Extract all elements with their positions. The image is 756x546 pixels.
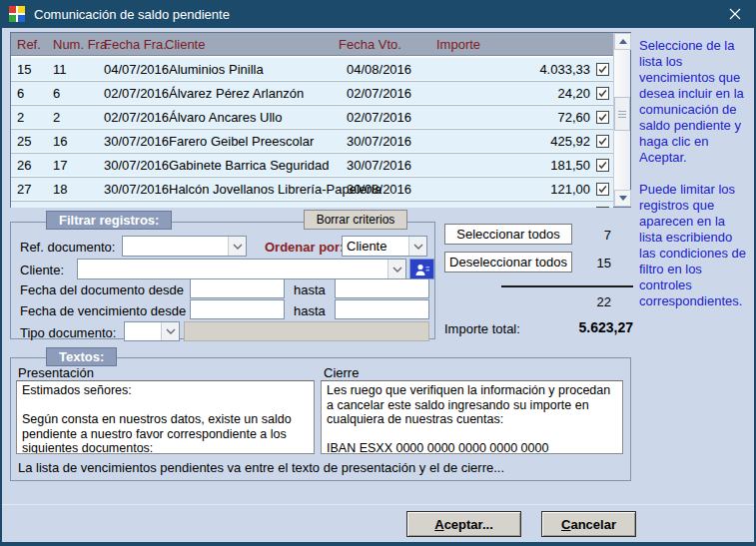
row-checkbox[interactable] [596, 111, 609, 124]
table-row[interactable]: 17 13 31/07/2016 Manuel Santín F 31/07/2… [11, 201, 613, 208]
cell-fecha: 02/07/2016 [104, 110, 169, 125]
cell-importe: 181,50 [470, 158, 590, 173]
app-icon-blue [18, 15, 25, 22]
cell-vto: 02/07/2016 [347, 110, 411, 125]
table-row[interactable]: 25 16 30/07/2016 Farero Geibel Preescola… [11, 129, 613, 153]
cell-num: 13 [53, 206, 67, 208]
presentacion-textarea[interactable]: Estimados señores: Según consta en nuest… [16, 380, 315, 454]
cell-num: 17 [53, 158, 67, 173]
col-num-fra: Num. Fra. [53, 37, 111, 52]
help-text: Seleccione de la lista los vencimientos … [639, 38, 751, 309]
fecha-doc-hasta-input[interactable] [335, 278, 429, 298]
cierre-textarea[interactable]: Les ruego que verifiquen la información … [321, 380, 623, 454]
chevron-down-icon[interactable] [228, 237, 246, 256]
filter-group-label: Filtrar registros: [46, 211, 172, 230]
footer-divider [2, 504, 754, 505]
help-paragraph-1: Seleccione de la lista los vencimientos … [639, 38, 751, 166]
fecha-doc-desde-input[interactable] [190, 278, 285, 298]
cell-ref: 15 [17, 62, 31, 77]
tipo-documento-combo[interactable] [124, 321, 180, 341]
cell-vto: 30/08/2016 [347, 182, 411, 197]
cierre-label: Cierre [324, 365, 359, 380]
col-cliente: Cliente [165, 37, 205, 52]
order-by-value: Cliente [343, 237, 408, 256]
ref-documento-label: Ref. documento: [20, 240, 115, 255]
chevron-down-icon[interactable] [161, 322, 179, 340]
scroll-up-icon[interactable] [614, 33, 631, 50]
col-fecha-vto: Fecha Vto. [339, 37, 401, 52]
cell-fecha: 30/07/2016 [104, 134, 169, 149]
deselect-all-button[interactable]: Deseleccionar todos [444, 252, 572, 273]
table-row[interactable]: 6 6 02/07/2016 Álvarez Pérez Arlanzón 02… [11, 81, 613, 105]
scrollbar-thumb[interactable] [614, 97, 630, 131]
cell-cliente: Álvaro Ancares Ullo [169, 110, 282, 125]
table-row[interactable]: 27 18 30/07/2016 Halcón Jovellanos Libre… [11, 177, 613, 201]
cliente-value [78, 260, 387, 278]
cell-ref: 26 [17, 158, 31, 173]
cancel-button[interactable]: Cancelar [541, 511, 636, 537]
app-icon-yellow [18, 6, 25, 13]
cell-vto: 04/08/2016 [347, 62, 411, 77]
presentacion-label: Presentación [18, 365, 94, 380]
scroll-down-icon[interactable] [614, 190, 631, 207]
ref-documento-combo[interactable] [122, 236, 247, 257]
row-checkbox[interactable] [596, 207, 609, 208]
cliente-label: Cliente: [20, 263, 64, 277]
cell-ref: 27 [17, 182, 31, 197]
app-icon-red [9, 6, 16, 13]
table-scrollbar[interactable] [613, 33, 630, 207]
cell-num: 16 [53, 134, 67, 149]
cell-ref: 2 [17, 110, 24, 125]
order-by-combo[interactable]: Cliente [342, 236, 427, 257]
cell-vto: 02/07/2016 [347, 86, 411, 101]
cell-cliente: Manuel Santín F [169, 206, 264, 208]
cell-ref: 17 [17, 206, 31, 208]
cell-num: 18 [53, 182, 67, 197]
cell-vto: 30/07/2016 [347, 134, 411, 149]
tipo-documento-label: Tipo documento: [20, 325, 116, 340]
close-icon[interactable] [726, 5, 744, 23]
total-count: 22 [581, 294, 611, 309]
cell-cliente: Aluminios Pinilla [169, 62, 264, 77]
select-all-button[interactable]: Seleccionar todos [444, 224, 572, 245]
table-body: 15 11 04/07/2016 Aluminios Pinilla 04/08… [11, 57, 613, 208]
row-checkbox[interactable] [596, 63, 609, 76]
fecha-venc-hasta-input[interactable] [335, 299, 429, 319]
clear-criteria-button[interactable]: Borrar criterios [304, 210, 407, 230]
fecha-vencimiento-label: Fecha de vencimiento desde [20, 303, 186, 318]
textos-group-label: Textos: [46, 347, 117, 366]
tipo-documento-desc [184, 321, 429, 341]
cell-cliente: Álvarez Pérez Arlanzón [169, 86, 304, 101]
cell-fecha: 30/07/2016 [104, 158, 169, 173]
chevron-down-icon[interactable] [387, 260, 405, 278]
ref-documento-value [123, 237, 228, 256]
cell-cliente: Gabinete Barrica Seguridad [169, 158, 329, 173]
cliente-lookup-button[interactable] [409, 259, 434, 279]
row-checkbox[interactable] [596, 87, 609, 100]
cliente-combo[interactable] [77, 259, 406, 279]
table-row[interactable]: 2 2 02/07/2016 Álvaro Ancares Ullo 02/07… [11, 105, 613, 129]
cell-ref: 6 [17, 86, 24, 101]
window-title: Comunicación de saldo pendiente [34, 7, 230, 22]
accept-button[interactable]: Aceptar... [406, 511, 521, 537]
chevron-down-icon[interactable] [408, 237, 426, 256]
cell-num: 6 [53, 86, 60, 101]
fecha-documento-label: Fecha del documento desde [20, 282, 184, 297]
cell-importe: 764,73 [470, 206, 590, 208]
col-importe: Importe [436, 37, 480, 52]
table-row[interactable]: 26 17 30/07/2016 Gabinete Barrica Seguri… [11, 153, 613, 177]
row-checkbox[interactable] [596, 183, 609, 196]
fecha-venc-desde-input[interactable] [190, 299, 285, 319]
row-checkbox[interactable] [596, 135, 609, 148]
row-checkbox[interactable] [596, 159, 609, 172]
cell-importe: 24,20 [470, 86, 590, 101]
selected-count: 7 [581, 228, 611, 243]
documents-table: Ref. Num. Fra. Fecha Fra. Cliente Fecha … [10, 32, 631, 208]
cell-num: 11 [53, 62, 67, 77]
textos-footer-note: La lista de vencimientos pendientes va e… [18, 460, 504, 475]
importe-total-label: Importe total: [444, 321, 520, 336]
accept-rest: ceptar... [444, 517, 493, 532]
table-row[interactable]: 15 11 04/07/2016 Aluminios Pinilla 04/08… [11, 57, 613, 81]
cancel-key: C [561, 517, 570, 532]
cell-importe: 72,60 [470, 110, 590, 125]
